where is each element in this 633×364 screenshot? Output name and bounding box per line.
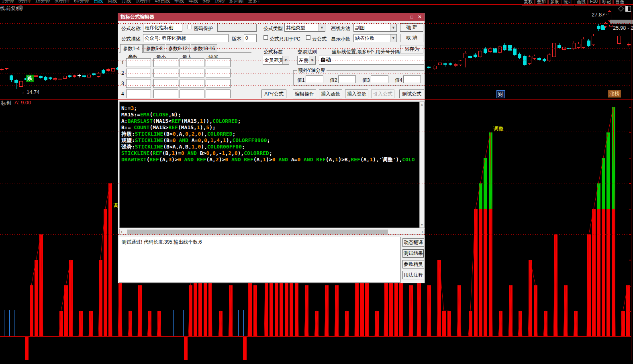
save-as-button[interactable]: 另存为	[400, 45, 423, 53]
desc-input[interactable]	[143, 34, 229, 42]
insert-resource-button[interactable]: 插入资源	[345, 89, 368, 98]
param-input-r4c2[interactable]	[153, 89, 178, 98]
password-input	[217, 24, 257, 32]
param-input-r4c3[interactable]	[180, 89, 204, 98]
period-tab[interactable]: 年线	[188, 0, 198, 4]
gridline	[0, 48, 631, 49]
code-line: STICKLINE(REF(B,1)=0 AND B>0,0,-1,2,0),C…	[121, 150, 419, 157]
y-value-input-4[interactable]	[403, 75, 421, 83]
period-tab[interactable]: 1分钟	[2, 0, 14, 4]
param-input-r3c3[interactable]	[180, 79, 204, 88]
candlestick	[609, 25, 613, 26]
dynamic-translate-button[interactable]: 动态翻译	[402, 238, 424, 247]
edit-op-button[interactable]: 编辑操作	[293, 89, 316, 98]
y-value-input-3[interactable]	[371, 75, 388, 83]
chevron-down-icon[interactable]: ⌄	[18, 5, 23, 10]
candlestick	[49, 77, 52, 79]
trade-combo[interactable]: 左侧▼	[297, 56, 316, 65]
scroll-down-icon[interactable]: ▼	[420, 223, 424, 227]
price-low-label: ←14.74	[21, 89, 40, 95]
period-tab[interactable]: 10分钟	[135, 0, 150, 4]
param-input-r3c4[interactable]	[206, 79, 231, 88]
param-input-r1c1[interactable]	[126, 58, 151, 67]
code-horizontal-scrollbar[interactable]: ‹ ›	[119, 229, 425, 235]
param-wizard-button[interactable]: 参数精灵	[402, 260, 424, 268]
period-tab[interactable]: 15秒	[214, 0, 225, 4]
param-input-r3c2[interactable]	[153, 79, 178, 88]
scroll-right-icon[interactable]: ›	[422, 229, 423, 234]
candlestick	[533, 56, 536, 59]
scroll-up-icon[interactable]: ▲	[420, 103, 424, 106]
period-tab[interactable]: 周线	[107, 0, 117, 4]
ai-formula-button[interactable]: AI写公式	[261, 89, 286, 98]
tab-params-1[interactable]: 参数1-4	[120, 44, 143, 53]
gridline	[0, 36, 631, 36]
chevron-down-icon[interactable]: ▼	[282, 56, 289, 64]
param-input-r1c2[interactable]	[153, 58, 178, 67]
code-line: N:=3;	[121, 105, 419, 112]
split-view-icon[interactable]	[625, 6, 631, 12]
hold-bar	[469, 311, 472, 337]
y-value-input-1[interactable]	[306, 75, 323, 83]
period-tab[interactable]: 日线	[93, 0, 103, 4]
version-input[interactable]	[244, 34, 257, 42]
candlestick	[557, 45, 561, 48]
period-tab[interactable]: 5分钟	[18, 0, 31, 4]
password-checkbox[interactable]	[188, 25, 192, 29]
param-input-r1c4[interactable]	[206, 58, 231, 67]
param-input-r4c1[interactable]	[126, 89, 151, 98]
coord-input[interactable]	[319, 55, 424, 65]
indicator-name: 标创	[1, 100, 11, 107]
cai-badge[interactable]: 财	[496, 90, 505, 98]
dialog-titlebar[interactable]: 指标公式编辑器	[118, 13, 425, 21]
hold-bar	[229, 285, 233, 336]
scroll-left-icon[interactable]: ‹	[121, 229, 122, 234]
strong-bar	[484, 158, 487, 209]
watch-box-divider	[179, 310, 179, 337]
test-result-button[interactable]: 测试结果	[402, 249, 424, 258]
period-tab[interactable]: 更多↓	[248, 0, 260, 4]
tag-combo[interactable]: 金叉死叉▼	[263, 56, 289, 65]
candlestick	[443, 63, 447, 65]
period-tab[interactable]: 5秒	[202, 0, 210, 4]
period-tab[interactable]: 60分钟	[74, 0, 89, 4]
down-badge: 跌	[26, 75, 34, 82]
param-input-r4c4[interactable]	[206, 89, 231, 98]
decimal-combo[interactable]: 缺省位数▼	[353, 34, 397, 42]
insert-function-button[interactable]: 插入函数	[319, 89, 342, 98]
cancel-button[interactable]: 取 消	[400, 34, 423, 42]
version-label: 版本	[232, 36, 241, 43]
chevron-down-icon[interactable]: ▼	[319, 24, 325, 31]
formula-code-editor[interactable]: N:=3;MA15:=EMA(CLOSE,N);A:BARSLAST(MA15<…	[119, 102, 419, 228]
type-combo[interactable]: 其他类型▼	[284, 24, 325, 32]
diamond-icon[interactable]	[618, 6, 624, 12]
name-input[interactable]	[143, 24, 182, 32]
period-tab[interactable]: 45日线	[155, 0, 170, 4]
ok-button[interactable]: 确 定	[400, 23, 423, 32]
drawmethod-combo[interactable]: 副图▼	[353, 24, 397, 32]
type-label: 公式类型	[263, 25, 283, 32]
maximize-button[interactable]: □	[408, 14, 415, 20]
period-tab[interactable]: 季线	[174, 0, 184, 4]
chevron-down-icon[interactable]: ▼	[309, 56, 315, 64]
watch-box	[238, 310, 244, 337]
hold-bar	[99, 260, 102, 337]
scrollbar-thumb[interactable]	[127, 230, 388, 234]
usage-note-button[interactable]: 用法注释	[402, 271, 424, 279]
param-input-r1c3[interactable]	[180, 58, 204, 67]
chevron-down-icon[interactable]: ▼	[390, 24, 396, 31]
param-input-r3c1[interactable]	[126, 79, 151, 88]
period-tab[interactable]: 多周期	[229, 0, 243, 4]
close-button[interactable]: ✕	[417, 14, 423, 20]
period-tab[interactable]: 30分钟	[55, 0, 69, 4]
watch-box-divider	[19, 310, 19, 337]
below-zero-bar	[25, 336, 29, 360]
test-formula-button[interactable]: 测试公式	[399, 89, 424, 98]
code-vertical-scrollbar[interactable]: ▲ ▼	[419, 102, 425, 228]
rank-badge[interactable]: 涨榜	[608, 90, 621, 98]
y-value-input-2[interactable]	[338, 75, 356, 83]
period-tab[interactable]: 月线	[121, 0, 131, 4]
password-label: 密码保护	[194, 25, 213, 32]
period-tab[interactable]: 15分钟	[35, 0, 50, 4]
hold-bar	[437, 260, 441, 337]
